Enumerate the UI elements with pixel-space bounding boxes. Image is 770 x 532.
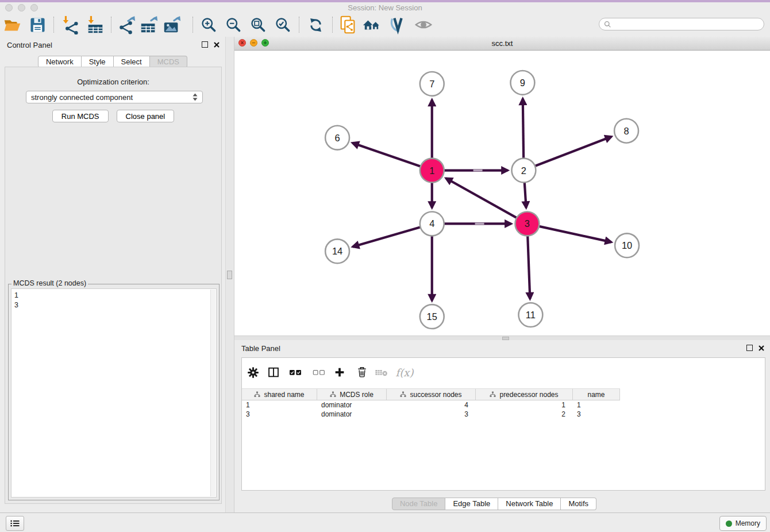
run-mcds-button[interactable]: Run MCDS bbox=[52, 110, 109, 122]
zoom-in-button[interactable] bbox=[198, 14, 219, 35]
network-window-title: scc.txt bbox=[234, 39, 770, 48]
export-table-icon bbox=[139, 15, 159, 34]
deselect-all-columns-button[interactable] bbox=[310, 364, 328, 381]
tab-network[interactable]: Network bbox=[38, 56, 82, 68]
table-cell[interactable]: 3 bbox=[573, 410, 620, 418]
table-cell[interactable]: 1 bbox=[242, 401, 317, 409]
refresh-view-button[interactable] bbox=[305, 14, 326, 35]
graph-edge-2-8[interactable] bbox=[523, 137, 611, 171]
home-button[interactable] bbox=[362, 14, 383, 35]
graph-node-label: 10 bbox=[622, 240, 632, 250]
show-columns-button[interactable] bbox=[265, 364, 282, 381]
float-panel-icon[interactable] bbox=[202, 41, 208, 48]
tab-edge-table[interactable]: Edge Table bbox=[445, 498, 498, 510]
network-window-titlebar[interactable]: × − + scc.txt bbox=[234, 37, 770, 51]
table-panel-header: Table Panel bbox=[234, 340, 770, 355]
zoom-out-button[interactable] bbox=[223, 14, 244, 35]
table-panel-tabs: Node Table Edge Table Network Table Moti… bbox=[234, 498, 754, 510]
import-table-button[interactable] bbox=[85, 14, 106, 35]
divider-grip[interactable] bbox=[227, 271, 232, 279]
open-session-button[interactable] bbox=[2, 14, 22, 35]
mcds-result-list[interactable]: 1 3 bbox=[11, 288, 217, 498]
column-header-mcds-role[interactable]: MCDS role bbox=[317, 389, 387, 400]
tab-network-table[interactable]: Network Table bbox=[498, 498, 561, 510]
unchecked-boxes-icon bbox=[312, 365, 326, 379]
export-network-button[interactable] bbox=[116, 14, 137, 35]
close-panel-icon[interactable] bbox=[214, 42, 220, 48]
table-cell[interactable]: 3 bbox=[242, 410, 317, 418]
save-session-button[interactable] bbox=[27, 14, 48, 35]
main-area: Control Panel Network Style Select MCDS … bbox=[0, 37, 770, 512]
tab-select[interactable]: Select bbox=[114, 56, 150, 68]
refresh-icon bbox=[307, 16, 325, 34]
export-image-button[interactable] bbox=[161, 14, 182, 35]
close-panel-button[interactable]: Close panel bbox=[117, 110, 175, 122]
table-cell[interactable]: dominator bbox=[317, 410, 387, 418]
graph-node-label: 4 bbox=[429, 218, 434, 229]
memory-button[interactable]: Memory bbox=[719, 516, 767, 531]
create-column-button[interactable] bbox=[331, 364, 348, 381]
graph-node-label: 3 bbox=[525, 218, 530, 229]
column-header-successor-nodes[interactable]: successor nodes bbox=[387, 389, 476, 400]
column-label: MCDS role bbox=[340, 391, 374, 399]
tab-mcds[interactable]: MCDS bbox=[150, 56, 187, 68]
import-network-button[interactable] bbox=[60, 14, 80, 35]
result-scrollbar[interactable] bbox=[210, 290, 215, 496]
graph-node-label: 11 bbox=[526, 310, 536, 320]
edge-label-smudge bbox=[473, 169, 483, 171]
table-toolbar: f(x) bbox=[242, 358, 765, 388]
function-builder-button[interactable]: f(x) bbox=[396, 364, 413, 381]
delete-column-button[interactable] bbox=[353, 364, 371, 381]
tab-motifs[interactable]: Motifs bbox=[561, 498, 596, 510]
table-header-row: shared name MCDS role bbox=[242, 388, 620, 400]
control-panel-header: Control Panel bbox=[0, 37, 225, 52]
table-cell[interactable]: 1 bbox=[573, 401, 620, 409]
column-header-name[interactable]: name bbox=[573, 389, 620, 400]
show-status-dialog-button[interactable] bbox=[6, 516, 24, 531]
search-input[interactable] bbox=[614, 20, 759, 29]
table-cell[interactable]: 4 bbox=[387, 401, 476, 409]
export-image-icon bbox=[162, 15, 182, 34]
graph-edge-3-1[interactable] bbox=[446, 178, 527, 223]
import-network-icon bbox=[60, 15, 80, 34]
table-cell[interactable]: 2 bbox=[476, 410, 573, 418]
tab-style[interactable]: Style bbox=[82, 56, 114, 68]
select-all-columns-button[interactable] bbox=[287, 364, 304, 381]
mcds-result-fieldset: MCDS result (2 nodes) 1 3 bbox=[8, 284, 220, 500]
share-network-web-button[interactable] bbox=[337, 14, 358, 35]
trash-icon bbox=[356, 366, 368, 379]
toolbar-separator bbox=[192, 17, 193, 33]
table-cell[interactable]: dominator bbox=[317, 401, 387, 409]
zoom-selected-button[interactable] bbox=[272, 14, 293, 35]
table-row-0[interactable]: 1dominator411 bbox=[242, 400, 765, 410]
network-canvas[interactable]: 1234678910111415 bbox=[234, 51, 770, 336]
show-hide-button[interactable] bbox=[413, 14, 434, 35]
network-graph[interactable]: 1234678910111415 bbox=[234, 51, 770, 336]
right-column: × − + scc.txt 12346789101114 bbox=[234, 37, 770, 512]
table-cell[interactable]: 3 bbox=[387, 410, 476, 418]
graph-node-label: 7 bbox=[429, 79, 434, 89]
graph-edge-3-10[interactable] bbox=[527, 223, 611, 242]
column-header-predecessor-nodes[interactable]: predecessor nodes bbox=[476, 389, 573, 400]
graph-node-label: 9 bbox=[520, 78, 525, 88]
search-field[interactable] bbox=[599, 18, 764, 30]
column-label: predecessor nodes bbox=[499, 391, 558, 399]
zoom-fit-button[interactable] bbox=[248, 14, 268, 35]
close-panel-icon[interactable] bbox=[759, 345, 764, 351]
validate-button[interactable] bbox=[387, 14, 408, 35]
table-options-button[interactable] bbox=[244, 364, 261, 381]
panel-split-divider[interactable] bbox=[225, 37, 234, 512]
export-table-button[interactable] bbox=[138, 14, 159, 35]
float-panel-icon[interactable] bbox=[746, 345, 753, 351]
column-header-shared-name[interactable]: shared name bbox=[242, 389, 317, 400]
table-row-1[interactable]: 3dominator323 bbox=[242, 410, 765, 419]
zoom-fit-icon bbox=[249, 16, 268, 34]
graph-node-label: 14 bbox=[332, 246, 342, 256]
tab-node-table[interactable]: Node Table bbox=[392, 498, 446, 510]
network-table-split[interactable] bbox=[234, 336, 770, 340]
application-window: Session: New Session bbox=[0, 0, 770, 532]
table-cell[interactable]: 1 bbox=[476, 401, 573, 409]
delete-table-icon bbox=[375, 365, 388, 379]
delete-table-button[interactable] bbox=[373, 364, 390, 381]
criterion-select[interactable]: strongly connected component bbox=[26, 91, 203, 103]
